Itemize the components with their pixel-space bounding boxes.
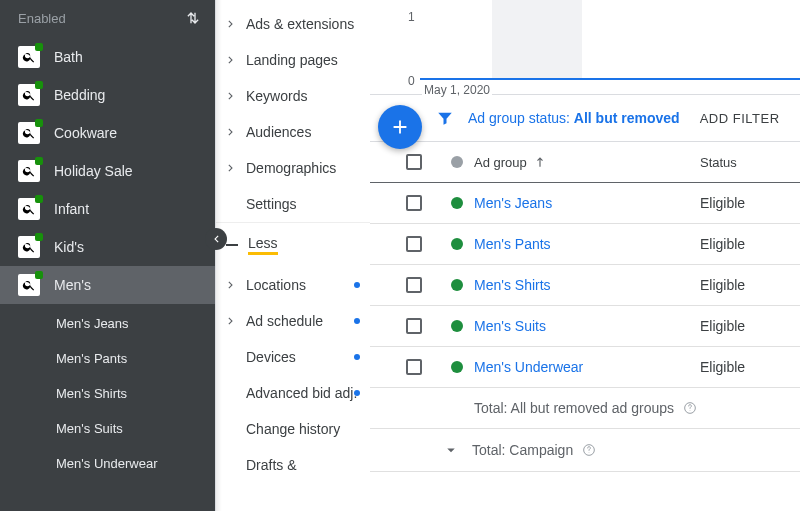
sidebar-item-bedding[interactable]: Bedding (0, 76, 215, 114)
chart-xlabel: May 1, 2020 (422, 83, 492, 97)
chart-selection (492, 0, 582, 80)
row-checkbox[interactable] (406, 277, 422, 293)
table-row: Men's Suits Eligible (370, 306, 800, 347)
row-status: Eligible (700, 359, 800, 375)
new-indicator-icon (354, 282, 360, 288)
nav-ad-schedule[interactable]: Ad schedule (216, 303, 370, 339)
nav-devices[interactable]: Devices (216, 339, 370, 375)
campaign-type-icon (18, 122, 40, 144)
add-filter-button[interactable]: ADD FILTER (700, 111, 780, 126)
filter-bar: Ad group status: All but removed ADD FIL… (370, 95, 800, 142)
help-icon[interactable] (581, 442, 597, 458)
create-ad-group-button[interactable] (378, 105, 422, 149)
status-enabled-icon[interactable] (451, 197, 463, 209)
chart-series-line (420, 78, 800, 80)
column-header-adgroup[interactable]: Ad group (474, 155, 700, 170)
nav-audiences[interactable]: Audiences (216, 114, 370, 150)
page-nav: Ads & extensions Landing pages Keywords … (215, 0, 370, 511)
adgroup-link[interactable]: Men's Shirts (474, 277, 551, 293)
filter-chip-label: Ad group status: (468, 110, 570, 126)
nav-label: Change history (246, 421, 340, 437)
sidebar-item-holiday-sale[interactable]: Holiday Sale (0, 152, 215, 190)
chart-ytick: 1 (408, 10, 415, 24)
sidebar-item-label: Kid's (54, 239, 84, 255)
adgroup-link[interactable]: Men's Underwear (474, 359, 583, 375)
campaign-type-icon (18, 84, 40, 106)
minus-icon (226, 244, 238, 246)
total-row-campaign[interactable]: Total: Campaign (370, 429, 800, 472)
nav-change-history[interactable]: Change history (216, 411, 370, 447)
collapse-nav-button[interactable] (205, 228, 227, 250)
chevron-right-icon (224, 89, 238, 103)
status-enabled-icon[interactable] (451, 320, 463, 332)
row-checkbox[interactable] (406, 359, 422, 375)
sidebar-adgroup-list: Men's Jeans Men's Pants Men's Shirts Men… (0, 304, 215, 481)
nav-label: Drafts & (246, 457, 297, 473)
nav-keywords[interactable]: Keywords (216, 78, 370, 114)
table-row: Men's Shirts Eligible (370, 265, 800, 306)
filter-chip-status[interactable]: Ad group status: All but removed (468, 110, 680, 126)
filter-icon[interactable] (436, 109, 454, 127)
status-column-icon[interactable] (451, 156, 463, 168)
table-row: Men's Jeans Eligible (370, 183, 800, 224)
total-label: Total: All but removed ad groups (474, 400, 674, 416)
nav-label: Settings (246, 196, 297, 212)
column-header-status[interactable]: Status (700, 155, 800, 170)
chevron-right-icon (224, 53, 238, 67)
plus-icon (389, 116, 411, 138)
nav-locations[interactable]: Locations (216, 267, 370, 303)
help-icon[interactable] (682, 400, 698, 416)
campaign-type-icon (18, 46, 40, 68)
row-status: Eligible (700, 236, 800, 252)
nav-landing-pages[interactable]: Landing pages (216, 42, 370, 78)
sidebar-adgroup[interactable]: Men's Suits (0, 411, 215, 446)
chevron-right-icon (224, 314, 238, 328)
sidebar-item-label: Bedding (54, 87, 105, 103)
sidebar-adgroup[interactable]: Men's Underwear (0, 446, 215, 481)
row-checkbox[interactable] (406, 318, 422, 334)
nav-label: Ads & extensions (246, 16, 354, 32)
chevron-right-icon (224, 17, 238, 31)
nav-settings[interactable]: Settings (216, 186, 370, 222)
sidebar-item-label: Infant (54, 201, 89, 217)
sidebar-item-bath[interactable]: Bath (0, 38, 215, 76)
performance-chart[interactable]: 1 0 May 1, 2020 (370, 0, 800, 95)
chevron-down-icon (442, 441, 460, 459)
sidebar-adgroup[interactable]: Men's Jeans (0, 306, 215, 341)
total-label: Total: Campaign (472, 442, 573, 458)
table-header: Ad group Status (370, 142, 800, 183)
nav-less-toggle[interactable]: Less (216, 222, 370, 267)
chevron-right-icon (224, 125, 238, 139)
sidebar-item-infant[interactable]: Infant (0, 190, 215, 228)
sidebar-item-label: Cookware (54, 125, 117, 141)
column-label: Status (700, 155, 737, 170)
new-indicator-icon (354, 318, 360, 324)
status-enabled-icon[interactable] (451, 361, 463, 373)
sidebar-item-mens[interactable]: Men's (0, 266, 215, 304)
adgroup-link[interactable]: Men's Jeans (474, 195, 552, 211)
status-enabled-icon[interactable] (451, 238, 463, 250)
sidebar-campaign-list: Bath Bedding Cookware Holiday Sale Infan… (0, 36, 215, 489)
sidebar-header: Enabled (0, 0, 215, 36)
row-status: Eligible (700, 277, 800, 293)
sidebar-adgroup[interactable]: Men's Shirts (0, 376, 215, 411)
row-checkbox[interactable] (406, 236, 422, 252)
adgroup-link[interactable]: Men's Pants (474, 236, 551, 252)
nav-demographics[interactable]: Demographics (216, 150, 370, 186)
sidebar-item-kids[interactable]: Kid's (0, 228, 215, 266)
campaign-sidebar: Enabled Bath Bedding Cookware Holiday Sa… (0, 0, 215, 511)
table-row: Men's Underwear Eligible (370, 347, 800, 388)
select-all-checkbox[interactable] (406, 154, 422, 170)
adgroup-link[interactable]: Men's Suits (474, 318, 546, 334)
nav-advanced-bid[interactable]: Advanced bid adj. (216, 375, 370, 411)
sidebar-item-label: Bath (54, 49, 83, 65)
sort-icon[interactable] (185, 10, 201, 26)
nav-drafts[interactable]: Drafts & (216, 447, 370, 483)
sidebar-item-cookware[interactable]: Cookware (0, 114, 215, 152)
status-enabled-icon[interactable] (451, 279, 463, 291)
nav-ads-extensions[interactable]: Ads & extensions (216, 6, 370, 42)
campaign-type-icon (18, 236, 40, 258)
row-checkbox[interactable] (406, 195, 422, 211)
filter-chip-value: All but removed (574, 110, 680, 126)
sidebar-adgroup[interactable]: Men's Pants (0, 341, 215, 376)
